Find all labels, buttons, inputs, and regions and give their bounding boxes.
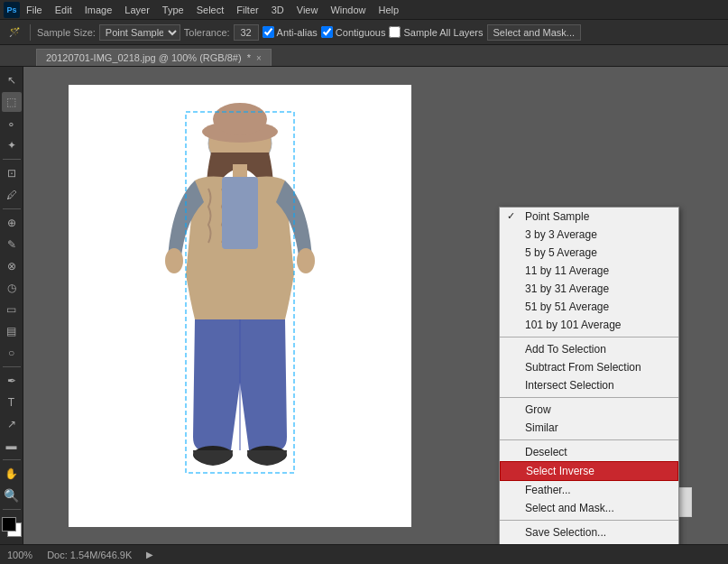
cm-101x101[interactable]: 101 by 101 Average bbox=[500, 316, 678, 334]
options-toolbar: 🪄 Sample Size: Point Sample Tolerance: A… bbox=[0, 20, 728, 45]
cm-make-work-path[interactable]: Make Work Path... bbox=[500, 541, 678, 544]
select-and-mask-btn[interactable]: Select and Mask... bbox=[487, 24, 582, 41]
tab-close-btn[interactable]: × bbox=[256, 53, 262, 63]
menu-select[interactable]: Select bbox=[190, 3, 231, 17]
menu-layer[interactable]: Layer bbox=[118, 3, 156, 17]
tool-shape[interactable]: ▬ bbox=[2, 436, 22, 456]
menu-image[interactable]: Image bbox=[78, 3, 119, 17]
cm-sep4 bbox=[500, 520, 678, 521]
lt-sep3 bbox=[3, 366, 21, 367]
tolerance-label: Tolerance: bbox=[184, 27, 230, 38]
sample-size-select[interactable]: Point Sample bbox=[99, 24, 180, 41]
cm-intersect-selection[interactable]: Intersect Selection bbox=[500, 376, 678, 394]
color-swatches[interactable] bbox=[2, 517, 22, 537]
tool-gradient[interactable]: ▤ bbox=[2, 321, 22, 341]
menu-file[interactable]: File bbox=[20, 3, 49, 17]
svg-rect-6 bbox=[222, 177, 258, 249]
sample-all-checkbox[interactable]: Sample All Layers bbox=[389, 26, 483, 38]
document-tab[interactable]: 20120701-IMG_0218.jpg @ 100% (RGB/8#) * … bbox=[36, 49, 272, 66]
tool-hand[interactable]: ✋ bbox=[2, 464, 22, 484]
statusbar: 100% Doc: 1.54M/646.9K ▶ bbox=[0, 544, 728, 564]
document-canvas bbox=[69, 85, 411, 527]
zoom-level: 100% bbox=[7, 550, 32, 560]
tool-zoom[interactable]: 🔍 bbox=[2, 485, 22, 505]
cm-5x5[interactable]: 5 by 5 Average bbox=[500, 244, 678, 262]
cm-feather[interactable]: Feather... bbox=[500, 481, 678, 499]
tool-heal[interactable]: ⊕ bbox=[2, 213, 22, 233]
tool-marquee[interactable]: ⬚ bbox=[2, 92, 22, 112]
canvas-area[interactable]: Point Sample 3 by 3 Average 5 by 5 Avera… bbox=[23, 67, 728, 544]
cm-sep3 bbox=[500, 439, 678, 440]
sample-size-label: Sample Size: bbox=[37, 27, 96, 38]
svg-point-2 bbox=[213, 103, 267, 135]
foreground-color[interactable] bbox=[2, 517, 16, 532]
tool-move[interactable]: ↖ bbox=[2, 70, 22, 90]
cm-similar[interactable]: Similar bbox=[500, 419, 678, 437]
cm-deselect[interactable]: Deselect bbox=[500, 443, 678, 461]
svg-point-4 bbox=[165, 248, 183, 273]
cm-save-selection[interactable]: Save Selection... bbox=[500, 523, 678, 541]
menu-filter[interactable]: Filter bbox=[230, 3, 264, 17]
svg-point-5 bbox=[297, 248, 315, 273]
cm-sep1 bbox=[500, 337, 678, 337]
lt-sep1 bbox=[3, 159, 21, 160]
lt-sep4 bbox=[3, 459, 21, 460]
tool-eyedropper[interactable]: 🖊 bbox=[2, 185, 22, 205]
cm-add-to-selection[interactable]: Add To Selection bbox=[500, 340, 678, 358]
menu-view[interactable]: View bbox=[290, 3, 325, 17]
tool-path-select[interactable]: ↗ bbox=[2, 414, 22, 434]
tool-lasso[interactable]: ∘ bbox=[2, 114, 22, 134]
tool-history-brush[interactable]: ◷ bbox=[2, 278, 22, 298]
cm-51x51[interactable]: 51 by 51 Average bbox=[500, 298, 678, 316]
cm-subtract-from-selection[interactable]: Subtract From Selection bbox=[500, 358, 678, 376]
anti-alias-checkbox[interactable]: Anti-alias bbox=[263, 26, 318, 38]
menu-edit[interactable]: Edit bbox=[49, 3, 78, 17]
lt-sep5 bbox=[3, 509, 21, 510]
tab-modified: * bbox=[247, 52, 251, 63]
tool-magic-wand[interactable]: ✦ bbox=[2, 135, 22, 155]
main-area: ↖ ⬚ ∘ ✦ ⊡ 🖊 ⊕ ✎ ⊗ ◷ ▭ ▤ ○ ✒ T ↗ ▬ ✋ 🔍 bbox=[0, 67, 728, 544]
tool-dodge[interactable]: ○ bbox=[2, 343, 22, 363]
tabbar: 20120701-IMG_0218.jpg @ 100% (RGB/8#) * … bbox=[0, 45, 728, 67]
menu-3d[interactable]: 3D bbox=[265, 3, 290, 17]
cm-select-and-mask[interactable]: Select and Mask... bbox=[500, 499, 678, 517]
cm-point-sample[interactable]: Point Sample bbox=[500, 208, 678, 226]
tool-icon: 🪄 bbox=[5, 23, 23, 42]
menu-type[interactable]: Type bbox=[156, 3, 190, 17]
menubar: Ps File Edit Image Layer Type Select Fil… bbox=[0, 0, 728, 20]
tool-clone[interactable]: ⊗ bbox=[2, 256, 22, 276]
sep1 bbox=[30, 24, 31, 41]
lt-sep2 bbox=[3, 208, 21, 209]
tool-brush[interactable]: ✎ bbox=[2, 235, 22, 254]
tool-pen[interactable]: ✒ bbox=[2, 371, 22, 391]
cm-31x31[interactable]: 31 by 31 Average bbox=[500, 280, 678, 298]
tolerance-input[interactable] bbox=[234, 24, 259, 41]
cm-sep2 bbox=[500, 397, 678, 398]
tool-type[interactable]: T bbox=[2, 393, 22, 412]
tool-crop[interactable]: ⊡ bbox=[2, 163, 22, 183]
tool-eraser[interactable]: ▭ bbox=[2, 300, 22, 319]
cm-select-inverse[interactable]: Select Inverse bbox=[500, 461, 678, 481]
menu-help[interactable]: Help bbox=[373, 3, 406, 17]
arrow-icon: ▶ bbox=[146, 550, 153, 559]
cm-3x3[interactable]: 3 by 3 Average bbox=[500, 226, 678, 244]
ps-logo: Ps bbox=[4, 2, 20, 18]
person-figure bbox=[123, 94, 357, 509]
cm-grow[interactable]: Grow bbox=[500, 401, 678, 419]
cm-11x11[interactable]: 11 by 11 Average bbox=[500, 262, 678, 280]
menu-window[interactable]: Window bbox=[324, 3, 372, 17]
doc-info: Doc: 1.54M/646.9K bbox=[47, 550, 132, 560]
left-toolbar: ↖ ⬚ ∘ ✦ ⊡ 🖊 ⊕ ✎ ⊗ ◷ ▭ ▤ ○ ✒ T ↗ ▬ ✋ 🔍 bbox=[0, 67, 23, 544]
context-menu: Point Sample 3 by 3 Average 5 by 5 Avera… bbox=[499, 207, 679, 544]
tab-title: 20120701-IMG_0218.jpg @ 100% (RGB/8#) bbox=[46, 52, 242, 63]
contiguous-checkbox[interactable]: Contiguous bbox=[321, 26, 386, 38]
